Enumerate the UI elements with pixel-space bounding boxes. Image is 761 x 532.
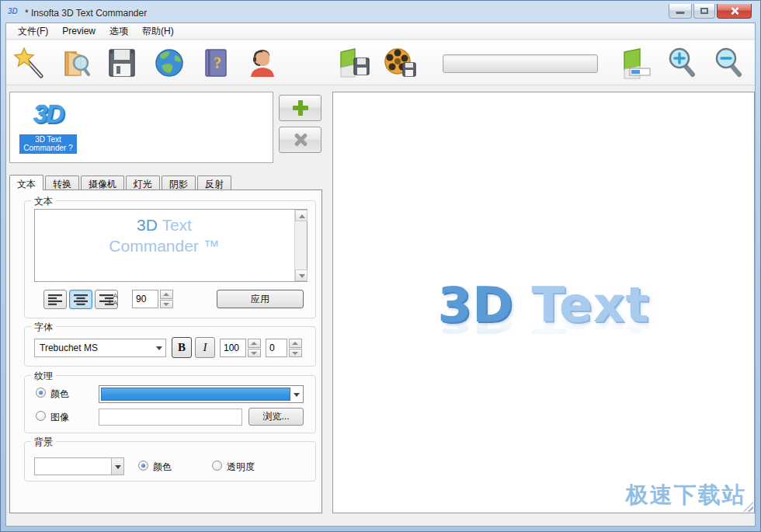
arrow-up-icon	[251, 342, 257, 345]
spin-up-button[interactable]	[160, 290, 173, 299]
bold-button[interactable]: B	[172, 337, 192, 358]
color-swatch	[101, 388, 290, 401]
text-reflection: 3D Text	[333, 308, 754, 339]
save-project-button[interactable]	[105, 46, 139, 80]
spin-down-button[interactable]	[289, 349, 302, 358]
spin-down-button[interactable]	[160, 300, 173, 309]
render-progress-bar	[443, 54, 598, 73]
preview-canvas[interactable]: 3D Text 3D Text 极速下载站	[332, 92, 755, 513]
settings-tabs: 文本 转换 摄像机 灯光 阴影 反射	[9, 176, 233, 190]
tab-light[interactable]: 灯光	[126, 176, 160, 190]
window-controls	[667, 4, 752, 19]
arrow-down-icon	[251, 352, 257, 355]
tab-shadow[interactable]: 阴影	[162, 176, 196, 190]
title-bar[interactable]: 3D * Insofta 3D Text Commander	[0, 0, 761, 23]
window-title: * Insofta 3D Text Commander	[25, 8, 147, 19]
arrow-up-icon	[292, 342, 298, 345]
align-left-button[interactable]	[43, 290, 67, 309]
magic-wand-new-icon	[14, 47, 45, 78]
text-group-title: 文本	[31, 195, 56, 208]
arrow-down-icon	[163, 303, 169, 306]
website-button[interactable]	[152, 46, 186, 80]
render-batch-icon	[620, 46, 654, 80]
chevron-down-icon	[111, 458, 123, 475]
list-item[interactable]: 3D 3D Text Commander ?	[16, 96, 80, 154]
line-spacing-spinner	[132, 290, 173, 308]
app-window: 3D * Insofta 3D Text Commander 文件(F) Pre…	[0, 0, 761, 532]
font-group-title: 字体	[31, 321, 56, 334]
help-button[interactable]: ?	[199, 46, 233, 80]
scroll-up-button[interactable]	[295, 210, 308, 221]
menu-preview[interactable]: Preview	[55, 24, 103, 38]
texture-image-radio[interactable]	[36, 411, 46, 421]
zoom-in-icon	[665, 46, 699, 80]
text-object-list[interactable]: 3D 3D Text Commander ?	[9, 92, 273, 163]
align-left-icon	[48, 294, 62, 305]
open-project-icon	[61, 47, 92, 78]
svg-text:?: ?	[214, 54, 221, 71]
close-button[interactable]	[717, 4, 752, 19]
menu-bar: 文件(F) Preview 选项 帮助(H)	[6, 23, 755, 40]
text-content: 3D Text Commander ™	[35, 214, 294, 256]
toolbar: ?	[6, 40, 755, 85]
spin-down-button[interactable]	[248, 349, 261, 358]
item-thumbnail: 3D	[16, 96, 80, 133]
zoom-out-button[interactable]	[711, 46, 745, 80]
texture-group-title: 纹理	[31, 370, 56, 383]
export-image-icon	[337, 46, 371, 80]
char-spacing-input[interactable]	[266, 339, 287, 357]
menu-help[interactable]: 帮助(H)	[135, 23, 181, 40]
close-icon	[730, 6, 739, 16]
minimize-button[interactable]	[669, 4, 692, 19]
menu-options[interactable]: 选项	[103, 23, 135, 40]
scroll-down-button[interactable]	[295, 269, 308, 281]
open-project-button[interactable]	[59, 46, 93, 80]
maximize-icon	[700, 8, 708, 14]
background-transparency-radio[interactable]	[212, 461, 222, 471]
new-project-button[interactable]	[12, 46, 47, 80]
maximize-button[interactable]	[693, 4, 715, 19]
text-group: 文本 3D Text Commander ™	[24, 200, 316, 318]
font-size-spinner	[220, 339, 261, 357]
background-color-select[interactable]	[34, 457, 124, 475]
tab-camera[interactable]: 摄像机	[81, 176, 124, 190]
font-group: 字体 Trebuchet MS B I	[24, 326, 316, 367]
spin-up-button[interactable]	[248, 339, 261, 348]
watermark: 极速下载站	[626, 480, 746, 511]
text-content-editor[interactable]: 3D Text Commander ™	[34, 209, 308, 282]
support-button[interactable]	[245, 46, 280, 80]
remove-text-button[interactable]	[279, 127, 321, 153]
texture-image-path-input[interactable]	[99, 409, 242, 426]
arrow-up-icon	[163, 293, 169, 296]
add-text-button[interactable]	[279, 95, 321, 121]
font-family-select[interactable]: Trebuchet MS	[34, 339, 166, 357]
line-spacing-input[interactable]	[132, 290, 158, 308]
texture-color-select[interactable]	[99, 385, 304, 403]
export-animation-button[interactable]	[384, 46, 418, 80]
render-batch-button[interactable]	[620, 46, 654, 80]
spin-up-button[interactable]	[289, 339, 302, 348]
line-spacing-icon: ↕AA	[107, 290, 127, 309]
texture-color-radio[interactable]	[36, 388, 46, 398]
align-center-icon	[74, 294, 88, 305]
italic-button[interactable]: I	[195, 337, 215, 358]
browse-button[interactable]: 浏览...	[248, 408, 304, 426]
editor-scrollbar[interactable]	[294, 210, 307, 281]
apply-button[interactable]: 应用	[217, 290, 304, 308]
char-spacing-spinner	[266, 339, 302, 357]
tab-transform[interactable]: 转换	[45, 176, 79, 190]
arrow-down-icon	[299, 274, 305, 278]
tab-reflection[interactable]: 反射	[197, 176, 231, 190]
menu-file[interactable]: 文件(F)	[11, 23, 55, 40]
x-icon	[294, 133, 308, 147]
texture-color-label: 颜色	[50, 388, 69, 401]
export-image-button[interactable]	[337, 46, 371, 80]
main-area: 3D 3D Text Commander ? 文本 转换 摄像机 灯光 阴影 反…	[6, 85, 755, 526]
font-size-input[interactable]	[220, 339, 246, 357]
tab-text[interactable]: 文本	[9, 175, 43, 190]
zoom-in-button[interactable]	[665, 46, 699, 80]
help-book-icon: ?	[200, 47, 231, 78]
background-color-radio[interactable]	[138, 461, 148, 471]
align-center-button[interactable]	[69, 290, 92, 309]
zoom-out-icon	[711, 46, 745, 80]
